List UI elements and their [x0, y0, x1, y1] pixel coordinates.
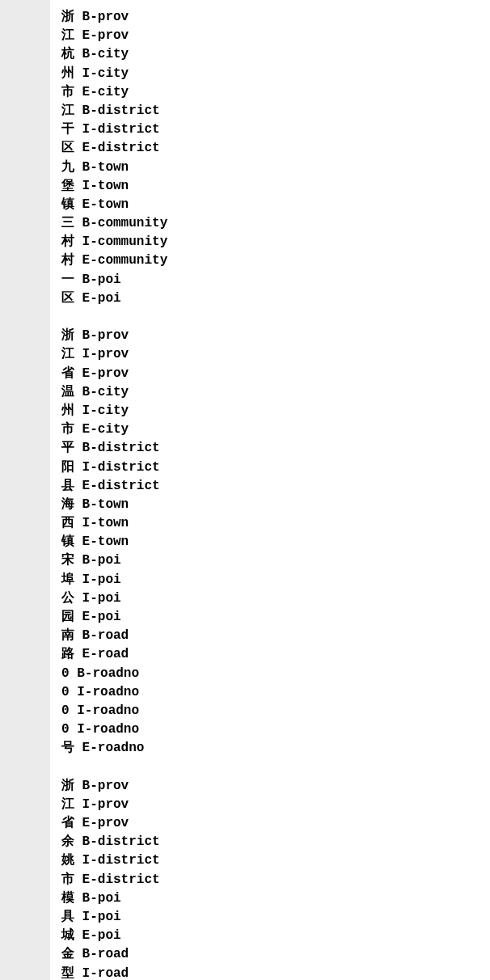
- token-tag: I-community: [82, 234, 168, 249]
- token-line: 一 B-poi: [61, 271, 479, 289]
- token-line: 具 I-poi: [61, 908, 479, 927]
- token-line: 干 I-district: [61, 120, 479, 139]
- token-line: 园 E-poi: [61, 608, 479, 627]
- token-line: 堡 I-town: [61, 177, 479, 196]
- token-tag: B-city: [82, 47, 129, 61]
- token-tag: E-poi: [82, 291, 121, 306]
- token-tag: I-roadno: [77, 722, 139, 737]
- token-char: 县: [61, 479, 74, 493]
- token-tag: B-poi: [82, 891, 121, 906]
- token-line: 阳 I-district: [61, 458, 479, 477]
- token-tag: I-prov: [82, 347, 129, 361]
- token-line: 江 I-prov: [61, 796, 479, 814]
- token-tag: E-district: [82, 872, 160, 887]
- token-tag: B-district: [82, 834, 160, 849]
- token-line: 0 I-roadno: [61, 720, 479, 739]
- token-line: 模 B-poi: [61, 889, 479, 908]
- token-line: 州 I-city: [61, 402, 479, 420]
- token-char: 九: [61, 160, 74, 175]
- token-line: 路 E-road: [61, 645, 479, 664]
- token-tag: B-poi: [82, 553, 121, 568]
- token-tag: B-district: [82, 103, 160, 118]
- token-line: 江 I-prov: [61, 345, 479, 364]
- token-tag: I-poi: [82, 572, 121, 587]
- token-char: 西: [61, 516, 74, 530]
- token-tag: B-road: [82, 628, 129, 643]
- token-tag: I-district: [82, 460, 160, 475]
- token-char: 宋: [61, 553, 74, 568]
- token-char: 姚: [61, 853, 74, 868]
- token-line: 村 I-community: [61, 233, 479, 251]
- token-tag: E-community: [82, 253, 168, 268]
- token-line: 南 B-road: [61, 627, 479, 645]
- token-line: 公 I-poi: [61, 589, 479, 608]
- token-char: 堡: [61, 179, 74, 193]
- token-char: 江: [61, 103, 74, 118]
- token-tag: E-city: [82, 85, 129, 99]
- token-char: 镇: [61, 197, 74, 212]
- token-tag: I-roadno: [77, 685, 139, 699]
- token-tag: I-town: [82, 179, 129, 193]
- token-char: 阳: [61, 460, 74, 475]
- token-line: 省 E-prov: [61, 365, 479, 383]
- token-char: 一: [61, 272, 74, 287]
- token-char: 浙: [61, 10, 74, 24]
- token-tag: I-city: [82, 66, 129, 81]
- token-tag: I-roadno: [77, 703, 139, 718]
- token-tag: E-poi: [82, 928, 121, 943]
- token-char: 浙: [61, 779, 74, 793]
- token-line: 号 E-roadno: [61, 739, 479, 758]
- token-line: 九 B-town: [61, 158, 479, 177]
- token-char: 0: [61, 666, 70, 681]
- token-line: 0 I-roadno: [61, 702, 479, 720]
- token-line: 姚 I-district: [61, 851, 479, 870]
- token-char: 余: [61, 834, 74, 849]
- token-tag: I-district: [82, 122, 160, 137]
- token-line: 温 B-city: [61, 383, 479, 402]
- token-tag: B-prov: [82, 779, 129, 793]
- token-char: 州: [61, 66, 74, 81]
- token-line: 市 E-city: [61, 83, 479, 102]
- token-tag: B-prov: [82, 328, 129, 343]
- token-char: 区: [61, 291, 74, 306]
- token-char: 公: [61, 591, 74, 606]
- token-line: 城 E-poi: [61, 927, 479, 945]
- token-char: 海: [61, 497, 74, 512]
- token-char: 金: [61, 947, 74, 961]
- token-char: 市: [61, 85, 74, 99]
- token-char: 市: [61, 872, 74, 887]
- token-line: 浙 B-prov: [61, 8, 479, 27]
- token-char: 0: [61, 685, 70, 699]
- token-line: 型 I-road: [61, 965, 479, 980]
- token-char: 省: [61, 366, 74, 381]
- token-line: 0 B-roadno: [61, 665, 479, 683]
- token-char: 0: [61, 722, 70, 737]
- token-line: 宋 B-poi: [61, 551, 479, 570]
- token-tag: B-town: [82, 160, 129, 175]
- token-tag: B-prov: [82, 10, 129, 24]
- token-char: 平: [61, 441, 74, 455]
- token-char: 号: [61, 741, 74, 755]
- token-tag: E-town: [82, 534, 129, 549]
- token-tag: E-prov: [82, 28, 129, 43]
- token-line: 金 B-road: [61, 945, 479, 964]
- token-char: 干: [61, 122, 74, 137]
- token-line: 市 E-district: [61, 871, 479, 889]
- token-char: 埠: [61, 572, 74, 587]
- token-line: 余 B-district: [61, 833, 479, 851]
- token-char: 路: [61, 647, 74, 661]
- token-line: 村 E-community: [61, 251, 479, 270]
- token-line: 埠 I-poi: [61, 571, 479, 589]
- blank-line: [61, 308, 479, 327]
- token-tag: B-road: [82, 947, 129, 961]
- token-line: 区 E-poi: [61, 289, 479, 308]
- token-char: 村: [61, 253, 74, 268]
- token-tag: I-poi: [82, 910, 121, 924]
- token-line: 省 E-prov: [61, 814, 479, 833]
- token-tag: I-road: [82, 966, 129, 980]
- token-tag: B-town: [82, 497, 129, 512]
- token-line: 浙 B-prov: [61, 327, 479, 345]
- token-tag: I-prov: [82, 797, 129, 812]
- token-line: 0 I-roadno: [61, 683, 479, 702]
- token-char: 具: [61, 910, 74, 924]
